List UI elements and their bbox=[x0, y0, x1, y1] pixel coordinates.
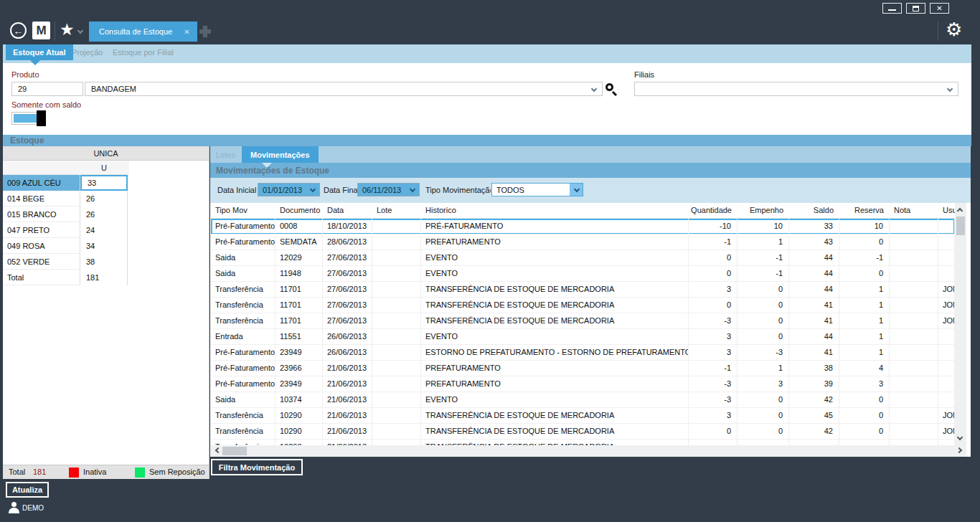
chevron-down-icon[interactable] bbox=[947, 86, 953, 92]
cell-saldo: 44 bbox=[789, 250, 839, 266]
col-reserva[interactable]: Reserva bbox=[839, 203, 890, 218]
estoque-row[interactable]: 052 VERDE38 bbox=[3, 254, 129, 270]
col-lote[interactable]: Lote bbox=[372, 203, 421, 218]
back-button[interactable]: ← bbox=[10, 22, 27, 39]
cell-emp: 0 bbox=[738, 392, 789, 408]
estoque-row[interactable]: 015 BRANCO26 bbox=[3, 207, 129, 222]
estoque-row[interactable]: 049 ROSA34 bbox=[3, 238, 129, 254]
cell-res: 0 bbox=[839, 234, 890, 250]
filtra-movimentacao-button[interactable]: Filtra Movimentação bbox=[211, 459, 303, 475]
movement-row[interactable]: Pré-FaturamentoSEMDATA28/06/2013PREFATUR… bbox=[211, 234, 955, 250]
chevron-left-icon[interactable] bbox=[215, 448, 220, 454]
movement-row[interactable]: Transferência1170127/06/2013TRANSFERÊNCI… bbox=[211, 313, 955, 329]
chevron-down-icon[interactable] bbox=[410, 186, 415, 192]
cell-emp: 10 bbox=[738, 219, 789, 234]
estoque-row[interactable]: 014 BEGE26 bbox=[3, 191, 129, 207]
close-button[interactable]: ✕ bbox=[930, 3, 949, 14]
new-tab-icon[interactable] bbox=[199, 26, 211, 37]
movement-row[interactable]: Transferência1170127/06/2013TRANSFERÊNCI… bbox=[211, 298, 955, 313]
atualiza-button[interactable]: Atualiza bbox=[6, 482, 49, 498]
toggle-track bbox=[14, 114, 37, 123]
estoque-row[interactable]: Total181 bbox=[3, 270, 129, 285]
chevron-right-icon[interactable] bbox=[957, 448, 963, 454]
estoque-row[interactable]: 047 PRETO24 bbox=[3, 222, 129, 238]
chevron-down-icon[interactable] bbox=[591, 86, 597, 92]
toggle-handle[interactable] bbox=[37, 110, 46, 126]
estoque-row[interactable]: 009 AZUL CÉU33 bbox=[3, 175, 129, 191]
favorites-star-icon[interactable]: ★ bbox=[60, 22, 75, 38]
col-data[interactable]: Data bbox=[323, 203, 372, 218]
col-historico[interactable]: Historico bbox=[421, 203, 689, 218]
cell-nota bbox=[890, 219, 938, 234]
cell-usu: JON bbox=[938, 282, 955, 298]
cell-emp bbox=[738, 440, 789, 445]
chevron-down-icon[interactable] bbox=[310, 186, 316, 192]
tab-movimentacoes[interactable]: Movimentações bbox=[242, 146, 319, 163]
tab-lotes[interactable]: Lotes bbox=[216, 146, 235, 163]
cell-tipo: Saida bbox=[211, 250, 275, 266]
app-logo[interactable]: M bbox=[32, 22, 50, 39]
sem-reposicao-label: Sem Reposição bbox=[149, 468, 205, 476]
tab-estoque-por-filial[interactable]: Estoque por Filial bbox=[113, 44, 174, 60]
cell-lote bbox=[372, 361, 421, 376]
cell-saldo: 43 bbox=[789, 234, 839, 250]
col-empenho[interactable]: Empenho bbox=[738, 203, 789, 218]
cell-hist: EVENTO bbox=[421, 329, 689, 345]
chevron-up-icon[interactable] bbox=[958, 207, 963, 212]
cell-lote bbox=[372, 345, 421, 361]
vertical-scrollbar-thumb[interactable] bbox=[956, 217, 965, 235]
tipo-movimentacao-combo[interactable]: TODOS bbox=[491, 183, 583, 196]
cell-usu bbox=[938, 250, 955, 266]
cell-usu: JON bbox=[938, 298, 955, 313]
movement-row[interactable]: Saida1194827/06/2013EVENTO0-1440 bbox=[211, 266, 955, 282]
movement-row[interactable]: Pré-Faturamento2396621/06/2013PREFATURAM… bbox=[211, 361, 955, 376]
cell-hist: TRANSFERÊNCIA DE ESTOQUE DE MERCADORIA bbox=[421, 282, 689, 298]
somente-com-saldo-toggle[interactable] bbox=[11, 112, 44, 125]
movement-row[interactable]: Transferência1170127/06/2013TRANSFERÊNCI… bbox=[211, 282, 955, 298]
col-saldo[interactable]: Saldo bbox=[789, 203, 839, 218]
movement-row[interactable]: Transferência1029021/06/2013TRANSFERÊNCI… bbox=[211, 440, 955, 445]
cell-res: 1 bbox=[839, 345, 890, 361]
cell-hist: TRANSFERÊNCIA DE ESTOQUE DE MERCADORIA bbox=[421, 408, 689, 424]
tab-estoque-atual[interactable]: Estoque Atual bbox=[6, 44, 73, 60]
data-final-combo[interactable]: 06/11/2013 bbox=[357, 183, 420, 196]
cell-tipo: Saida bbox=[211, 392, 275, 408]
horizontal-scrollbar-thumb[interactable] bbox=[222, 447, 247, 455]
filiais-combo[interactable] bbox=[634, 82, 958, 96]
movement-row[interactable]: Saida1037421/06/2013EVENTO-30420 bbox=[211, 392, 955, 408]
col-usuario[interactable]: Usu bbox=[938, 203, 955, 218]
produto-code-input[interactable] bbox=[11, 82, 83, 96]
tab-projecao[interactable]: Projeção bbox=[72, 44, 103, 60]
cell-res: 0 bbox=[839, 392, 890, 408]
vertical-scrollbar[interactable] bbox=[955, 203, 966, 445]
col-documento[interactable]: Documento bbox=[275, 203, 323, 218]
cell-tipo: Transferência bbox=[211, 313, 275, 329]
tab-close-icon[interactable]: ✕ bbox=[184, 28, 189, 36]
horizontal-scrollbar[interactable] bbox=[211, 445, 966, 457]
movement-row[interactable]: Transferência1029021/06/2013TRANSFERÊNCI… bbox=[211, 424, 955, 440]
col-nota[interactable]: Nota bbox=[890, 203, 938, 218]
chevron-down-icon[interactable] bbox=[958, 435, 963, 441]
col-tipo-mov[interactable]: Tipo Mov bbox=[211, 203, 275, 218]
movement-row[interactable]: Entrada1155126/06/2013EVENTO30441 bbox=[211, 329, 955, 345]
cell-hist: TRANSFERÊNCIA DE ESTOQUE DE MERCADORIA bbox=[421, 313, 689, 329]
movement-row[interactable]: Pré-Faturamento2394921/06/2013PREFATURAM… bbox=[211, 376, 955, 392]
minimize-button[interactable] bbox=[882, 3, 902, 14]
estoque-row-name: 052 VERDE bbox=[3, 254, 80, 270]
movement-row[interactable]: Pré-Faturamento2394926/06/2013ESTORNO DE… bbox=[211, 345, 955, 361]
col-quantidade[interactable]: Quantidade bbox=[689, 203, 738, 218]
movement-row[interactable]: Pré-Faturamento000818/10/2013PRÉ-FATURAM… bbox=[211, 219, 955, 234]
document-tab[interactable]: Consulta de Estoque ✕ bbox=[89, 22, 197, 42]
maximize-button[interactable] bbox=[906, 3, 925, 14]
movement-row[interactable]: Transferência1029021/06/2013TRANSFERÊNCI… bbox=[211, 408, 955, 424]
filiais-label: Filiais bbox=[634, 70, 654, 79]
data-inicial-combo[interactable]: 01/01/2013 bbox=[258, 183, 320, 196]
cell-qtd: 0 bbox=[689, 298, 738, 313]
user-name: DEMO bbox=[22, 504, 44, 512]
produto-name-combo[interactable]: BANDAGEM bbox=[85, 82, 603, 96]
movement-row[interactable]: Saida1202927/06/2013EVENTO0-144-1 bbox=[211, 250, 955, 266]
search-icon[interactable] bbox=[606, 83, 613, 91]
settings-gear-icon[interactable]: ⚙ bbox=[946, 20, 962, 39]
favorites-dropdown-icon[interactable] bbox=[77, 28, 83, 34]
estoque-row-name: 049 ROSA bbox=[3, 238, 80, 254]
